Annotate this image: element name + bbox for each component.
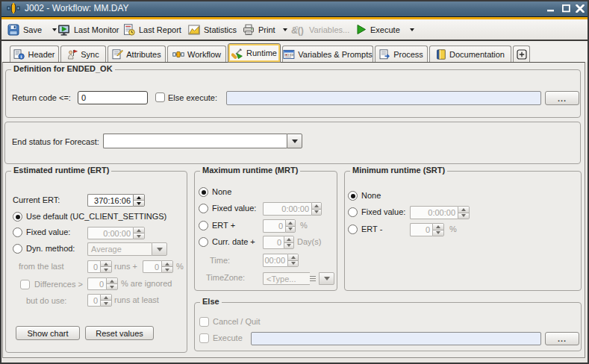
- srt-ert-minus-label: ERT -: [361, 224, 382, 235]
- srt-fixed-radio[interactable]: [348, 207, 358, 217]
- tab-attributes[interactable]: Attributes: [107, 46, 166, 62]
- process-icon: [379, 49, 390, 60]
- maximize-button[interactable]: [561, 0, 571, 16]
- dyn-method-radio[interactable]: [13, 244, 22, 254]
- show-chart-button[interactable]: Show chart: [16, 326, 80, 340]
- dyn-method-combobox: Average: [87, 242, 167, 256]
- mrt-ert-plus-spin-buttons: [285, 219, 296, 233]
- current-ert-value[interactable]: 370:16:06: [87, 194, 133, 207]
- variables-label: Variables...: [309, 25, 349, 34]
- current-ert-spinner[interactable]: 370:16:06: [87, 194, 145, 207]
- tab-workflow[interactable]: Workflow: [167, 46, 226, 62]
- tab-runtime[interactable]: Runtime: [228, 43, 281, 63]
- ert-fixed-value: 0:00:00: [87, 227, 133, 239]
- differences-spinner: 0: [87, 277, 118, 290]
- else-execute2-browse-button[interactable]: ...: [545, 332, 579, 345]
- srt-none-radio[interactable]: [348, 191, 358, 201]
- srt-fixed-spinner: 0:00:00: [410, 206, 470, 219]
- forecast-combobox[interactable]: [103, 134, 302, 148]
- ert-fixed-value-radio[interactable]: [13, 228, 22, 237]
- save-dropdown[interactable]: [46, 19, 57, 40]
- last-monitor-button[interactable]: Last Monitor: [57, 19, 119, 40]
- srt-fixed-spin-buttons: [458, 206, 470, 219]
- but-do-use-label: but do use:: [26, 295, 66, 307]
- tab-runtime-label: Runtime: [246, 48, 277, 57]
- execute-button[interactable]: Execute: [356, 19, 400, 40]
- add-tab-icon: [517, 49, 527, 60]
- differences-spin-buttons: [106, 277, 118, 290]
- else-execute-browse-button[interactable]: ...: [545, 91, 579, 105]
- mrt-none-radio[interactable]: [199, 187, 208, 197]
- mrt-ert-plus-value: 0: [263, 219, 285, 233]
- execute-dropdown[interactable]: [404, 19, 414, 40]
- mrt-curr-date-radio[interactable]: [199, 237, 208, 247]
- runtime-icon: [231, 48, 243, 59]
- forecast-combobox-arrow[interactable]: [287, 134, 302, 148]
- differences-checkbox: [20, 280, 30, 289]
- srt-ert-minus-radio[interactable]: [348, 225, 358, 234]
- srt-ert-minus-spinner: 0: [410, 223, 444, 236]
- statistics-button[interactable]: Statistics: [188, 19, 237, 40]
- runs-spinner: 0: [87, 260, 112, 273]
- tab-sync[interactable]: Sync: [60, 46, 106, 62]
- but-do-use-value: 0: [87, 294, 100, 307]
- else-execute-label: Else execute:: [168, 91, 217, 104]
- chevron-down-icon: [410, 28, 414, 31]
- tab-header[interactable]: i Header: [10, 46, 59, 62]
- save-label: Save: [23, 25, 42, 34]
- tab-process[interactable]: Process: [375, 46, 428, 62]
- else-execute-checkbox[interactable]: [155, 92, 165, 102]
- mrt-fixed-spinner: 0:00:00: [263, 202, 322, 216]
- return-code-input[interactable]: [78, 91, 148, 104]
- ert-group-title: Estimated runtime (ERT): [11, 166, 111, 175]
- reset-values-button[interactable]: Reset values: [85, 326, 154, 340]
- chevron-down-icon: [157, 248, 163, 251]
- tab-variables-prompts-label: Variables & Prompts: [298, 50, 372, 59]
- tab-header-label: Header: [28, 50, 54, 59]
- last-report-label: Last Report: [139, 25, 181, 34]
- definition-group-title: Definition for ENDED_OK: [11, 64, 115, 73]
- statistics-icon: [188, 24, 200, 36]
- print-icon: [243, 24, 255, 36]
- srt-ert-minus-spin-buttons: [432, 223, 444, 236]
- runs-spin-buttons: [100, 260, 112, 273]
- svg-text:0: 0: [296, 25, 299, 31]
- tab-documentation[interactable]: Documentation: [429, 46, 511, 62]
- tab-attributes-label: Attributes: [126, 50, 161, 59]
- mrt-fixed-radio[interactable]: [199, 204, 208, 213]
- percent-spin-buttons: [161, 260, 173, 273]
- else-execute2-checkbox: [199, 333, 209, 343]
- print-button[interactable]: Print: [243, 19, 275, 40]
- chevron-down-icon: [52, 28, 57, 31]
- statistics-label: Statistics: [204, 25, 237, 34]
- differences-value: 0: [87, 277, 106, 290]
- current-ert-spin-buttons[interactable]: [133, 194, 145, 207]
- close-button[interactable]: [575, 0, 585, 16]
- else-execute2-field[interactable]: [251, 332, 541, 345]
- mrt-curr-date-spinner: 0: [263, 236, 294, 249]
- percent-suffix-label: %: [176, 260, 184, 273]
- mrt-ert-plus-radio[interactable]: [199, 221, 208, 230]
- print-dropdown[interactable]: [277, 19, 287, 40]
- mrt-fixed-value: 0:00:00: [263, 202, 311, 216]
- tab-add[interactable]: [513, 46, 530, 62]
- tab-variables-prompts[interactable]: Variables & Prompts: [282, 46, 373, 62]
- header-icon: i: [13, 49, 25, 60]
- window-title: J002 - Workflow: MM.DAY: [25, 0, 129, 16]
- save-button[interactable]: Save: [7, 19, 42, 40]
- mrt-timezone-combobox: <Type...: [263, 272, 334, 285]
- dyn-method-combobox-arrow: [152, 242, 167, 256]
- dyn-method-label: Dyn. method:: [26, 243, 75, 254]
- last-report-button[interactable]: Last Report: [123, 19, 181, 40]
- tab-strip: i Header Sync: [0, 41, 589, 62]
- mrt-fixed-spin-buttons: [311, 202, 322, 216]
- attributes-icon: [112, 49, 123, 60]
- srt-ert-minus-value: 0: [410, 223, 432, 236]
- variables-prompts-icon: [283, 49, 295, 60]
- tab-process-label: Process: [393, 50, 423, 59]
- return-code-label: Return code <=:: [12, 91, 71, 104]
- else-execute-field[interactable]: [226, 91, 541, 105]
- minimize-button[interactable]: [546, 0, 556, 16]
- workflow-window-icon: [7, 2, 20, 17]
- use-default-radio[interactable]: [13, 212, 22, 222]
